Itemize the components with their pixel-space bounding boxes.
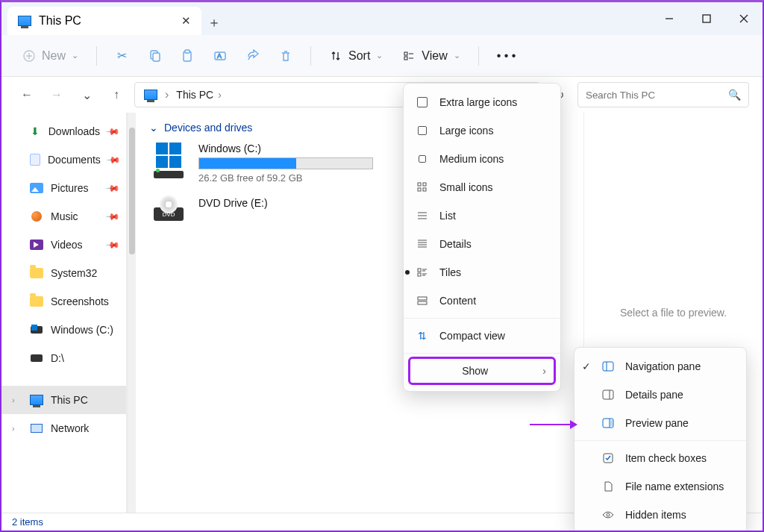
sidebar-item-windows-c[interactable]: Windows (C:)	[1, 316, 126, 344]
search-icon: 🔍	[728, 89, 741, 101]
view-menu: Extra large icons Large icons Medium ico…	[403, 83, 561, 392]
details-icon	[416, 237, 429, 251]
breadcrumb[interactable]: This PC›	[176, 89, 221, 101]
rename-icon: A	[213, 49, 227, 63]
menu-compact-view[interactable]: ⇅Compact view	[404, 322, 560, 350]
svg-rect-1	[703, 15, 710, 22]
pc-icon	[30, 395, 43, 405]
annotation-arrow	[530, 420, 577, 429]
sidebar-item-screenshots[interactable]: Screenshots	[1, 287, 126, 316]
pin-icon: 📌	[106, 152, 122, 168]
submenu-preview-pane[interactable]: Preview pane	[574, 409, 746, 437]
search-box[interactable]: 🔍	[577, 82, 749, 107]
sidebar-item-this-pc[interactable]: ›This PC	[1, 386, 126, 414]
sidebar-item-system32[interactable]: System32	[1, 259, 126, 287]
clipboard-icon	[181, 49, 194, 63]
square-icon	[416, 152, 429, 166]
svg-rect-14	[404, 57, 407, 60]
back-button[interactable]: ←	[15, 83, 39, 107]
menu-small-icons[interactable]: Small icons	[404, 173, 560, 201]
close-button[interactable]	[725, 2, 763, 35]
submenu-file-name-extensions[interactable]: File name extensions	[574, 472, 746, 501]
search-input[interactable]	[586, 90, 728, 101]
scissors-icon: ✂	[115, 49, 128, 63]
menu-large-icons[interactable]: Large icons	[404, 116, 560, 145]
checkbox-icon	[601, 451, 615, 465]
menu-extra-large-icons[interactable]: Extra large icons	[404, 88, 560, 116]
recent-button[interactable]: ⌄	[75, 83, 98, 107]
svg-rect-28	[418, 269, 421, 272]
pin-icon: 📌	[105, 124, 121, 140]
menu-tiles[interactable]: Tiles	[404, 258, 560, 287]
trash-icon	[279, 49, 292, 63]
drive-name: Windows (C:)	[198, 143, 373, 154]
delete-button[interactable]	[272, 43, 300, 69]
minimize-button[interactable]	[651, 2, 688, 35]
pin-icon: 📌	[105, 209, 121, 225]
more-button[interactable]: • • •	[489, 43, 524, 69]
view-button[interactable]: View ⌄	[395, 43, 467, 69]
chevron-down-icon: ⌄	[72, 51, 78, 60]
chevron-down-icon: ⌄	[454, 51, 460, 60]
pane-icon	[601, 388, 615, 401]
new-button[interactable]: New ⌄	[15, 43, 86, 69]
music-icon	[30, 210, 43, 223]
maximize-button[interactable]	[688, 2, 725, 35]
svg-rect-19	[418, 188, 421, 191]
sidebar-item-documents[interactable]: Documents📌	[1, 145, 126, 174]
toolbar: New ⌄ ✂ A Sort ⌄ View ⌄ • • •	[1, 35, 763, 77]
pin-icon: 📌	[105, 237, 121, 253]
sidebar-item-d[interactable]: D:\	[1, 344, 126, 372]
menu-details[interactable]: Details	[404, 230, 560, 258]
file-icon	[601, 480, 615, 493]
drive-name: DVD Drive (E:)	[198, 197, 268, 209]
chevron-right-icon[interactable]: ›	[12, 395, 15, 404]
sidebar-item-network[interactable]: ›Network	[1, 414, 126, 442]
pc-icon	[18, 16, 31, 26]
sort-label: Sort	[348, 49, 370, 63]
scrollbar-thumb[interactable]	[129, 128, 135, 254]
square-icon	[416, 96, 429, 109]
cut-button[interactable]: ✂	[107, 43, 136, 69]
submenu-details-pane[interactable]: Details pane	[574, 381, 746, 409]
sidebar-item-music[interactable]: Music📌	[1, 202, 126, 231]
status-text: 2 items	[12, 516, 43, 528]
drive-sub: 26.2 GB free of 59.2 GB	[198, 172, 373, 184]
tab-close-icon[interactable]: ✕	[181, 14, 191, 28]
capacity-bar	[198, 157, 373, 169]
submenu-navigation-pane[interactable]: ✓Navigation pane	[574, 352, 746, 381]
forward-button[interactable]: →	[45, 83, 69, 107]
svg-point-44	[607, 513, 610, 516]
chevron-right-icon[interactable]: ›	[12, 424, 15, 433]
rename-button[interactable]: A	[206, 43, 234, 69]
new-label: New	[42, 49, 66, 63]
sort-button[interactable]: Sort ⌄	[322, 43, 390, 69]
new-tab-button[interactable]: ＋	[201, 10, 227, 35]
sidebar-item-downloads[interactable]: ⬇Downloads📌	[1, 117, 126, 145]
submenu-hidden-items[interactable]: Hidden items	[574, 501, 746, 529]
pane-icon	[601, 416, 615, 430]
sort-icon	[329, 49, 342, 63]
folder-icon	[30, 295, 43, 308]
sidebar-item-videos[interactable]: Videos📌	[1, 231, 126, 259]
tab-this-pc[interactable]: This PC ✕	[7, 7, 201, 35]
drive-icon	[30, 351, 43, 365]
share-button[interactable]	[239, 43, 267, 69]
copy-button[interactable]	[140, 43, 169, 69]
paste-button[interactable]	[173, 43, 201, 69]
drive-icon	[30, 323, 43, 337]
sidebar-item-pictures[interactable]: Pictures📌	[1, 174, 126, 202]
menu-show[interactable]: Show›	[408, 357, 556, 385]
document-icon	[30, 153, 40, 166]
menu-content[interactable]: Content	[404, 287, 560, 315]
svg-rect-13	[404, 52, 407, 55]
svg-rect-38	[603, 390, 613, 399]
submenu-item-check-boxes[interactable]: Item check boxes	[574, 444, 746, 472]
sidebar-scrollbar[interactable]	[127, 113, 136, 513]
up-button[interactable]: ↑	[104, 83, 128, 107]
menu-medium-icons[interactable]: Medium icons	[404, 145, 560, 173]
menu-list[interactable]: List	[404, 201, 560, 230]
video-icon	[30, 238, 43, 251]
share-icon	[246, 49, 260, 63]
svg-rect-31	[418, 273, 421, 276]
